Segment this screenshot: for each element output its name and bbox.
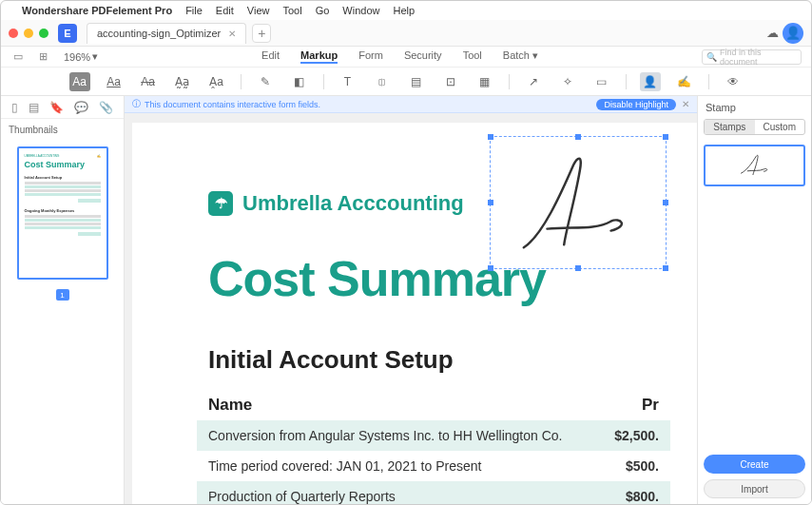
maximize-window-button[interactable] xyxy=(39,29,48,38)
toolbar-markup: Aa Aa Aa A̰a̰ A̭a ✎ ◧ T ⎅ ▤ ⊡ ▦ ↗ ✧ ▭ 👤 … xyxy=(1,68,811,96)
menu-go[interactable]: Go xyxy=(316,5,330,16)
text-squiggly-icon[interactable]: A̰a̰ xyxy=(172,72,193,91)
attachments-panel-icon[interactable]: 📎 xyxy=(99,101,113,114)
panel-title: Stamp xyxy=(698,96,811,119)
stamp-tool-icon[interactable]: 👤 xyxy=(640,72,661,91)
mode-security[interactable]: Security xyxy=(404,49,442,64)
umbrella-icon: ☂ xyxy=(208,191,233,216)
col-name: Name xyxy=(208,396,573,415)
text-underline-icon[interactable]: Aa xyxy=(104,72,125,91)
mode-edit[interactable]: Edit xyxy=(261,49,280,64)
menu-help[interactable]: Help xyxy=(393,5,415,16)
table-row: Time period covered: JAN 01, 2021 to Pre… xyxy=(197,451,670,481)
tab-close-icon[interactable]: ✕ xyxy=(228,29,236,39)
user-avatar-icon[interactable]: 👤 xyxy=(783,23,803,44)
app-name[interactable]: Wondershare PDFelement Pro xyxy=(22,5,172,16)
app-logo-icon: E xyxy=(58,24,77,43)
outline-panel-icon[interactable]: ▤ xyxy=(29,101,39,114)
textbox-tool-icon[interactable]: T xyxy=(338,72,358,91)
menu-edit[interactable]: Edit xyxy=(216,5,234,16)
mode-batch[interactable]: Batch ▾ xyxy=(503,49,538,64)
callout-tool-icon[interactable]: ⎅ xyxy=(372,72,393,91)
zoom-control[interactable]: 196% ▾ xyxy=(64,50,98,63)
annotations-panel-icon[interactable]: 💬 xyxy=(74,101,88,114)
area-highlight-icon[interactable]: ▦ xyxy=(474,72,495,91)
tab-title: accounting-sign_Optimizer xyxy=(97,28,221,39)
bookmark-panel-icon[interactable]: 🔖 xyxy=(49,101,64,114)
hide-annotations-icon[interactable]: 👁 xyxy=(723,72,744,91)
toolbar-primary: ▭ ⊞ 196% ▾ Edit Markup Form Security Too… xyxy=(1,47,811,68)
sidebar-toggle-icon[interactable]: ▭ xyxy=(10,50,26,63)
pencil-tool-icon[interactable]: ✎ xyxy=(255,72,276,91)
menu-window[interactable]: Window xyxy=(342,5,379,16)
text-strikethrough-icon[interactable]: Aa xyxy=(138,72,159,91)
create-button[interactable]: Create xyxy=(704,455,805,474)
text-callout-icon[interactable]: ⊡ xyxy=(440,72,461,91)
mode-form[interactable]: Form xyxy=(358,49,383,64)
minimize-window-button[interactable] xyxy=(24,29,33,38)
menu-tool[interactable]: Tool xyxy=(282,5,301,16)
close-window-button[interactable] xyxy=(9,29,18,38)
signature-stamp-selection[interactable] xyxy=(490,136,667,269)
highlight-tool-icon[interactable]: Aa xyxy=(69,72,90,91)
section-header: Initial Account Setup xyxy=(208,345,659,375)
stamp-preview[interactable] xyxy=(704,145,805,186)
add-tab-button[interactable]: + xyxy=(252,24,271,43)
search-input[interactable]: 🔍 Find in this document xyxy=(702,49,802,65)
right-sidebar: Stamp Stamps Custom Create Import xyxy=(697,96,811,504)
zoom-value: 196% xyxy=(64,51,90,63)
chevron-down-icon: ▾ xyxy=(92,50,98,63)
table-row: Production of Quarterly Reports $800. xyxy=(197,481,670,504)
thumbnails-panel-icon[interactable]: ▯ xyxy=(11,101,18,114)
tab-stamps[interactable]: Stamps xyxy=(705,120,755,134)
search-icon: 🔍 xyxy=(706,52,717,62)
arrow-tool-icon[interactable]: ↗ xyxy=(523,72,544,91)
col-price: Pr xyxy=(573,396,659,415)
table-row: Conversion from Angular Systems Inc. to … xyxy=(197,420,670,451)
brand-text: Umbrella Acccounting xyxy=(242,191,464,216)
info-icon: ⓘ xyxy=(132,98,141,110)
mode-tool[interactable]: Tool xyxy=(463,49,482,64)
banner-text: This document contains interactive form … xyxy=(145,100,320,109)
form-fields-banner: ⓘ This document contains interactive for… xyxy=(125,96,697,113)
signature-tool-icon[interactable]: ✍ xyxy=(674,72,695,91)
main-area: ▯ ▤ 🔖 💬 📎 Thumbnails UMBRELLA ACCOUNTING… xyxy=(1,96,811,504)
titlebar: E accounting-sign_Optimizer ✕ + ☁ 👤 xyxy=(1,20,811,47)
table-header: Name Pr xyxy=(208,390,659,420)
grid-view-icon[interactable]: ⊞ xyxy=(35,50,50,63)
search-placeholder: Find in this document xyxy=(720,48,797,67)
thumbnails-label: Thumbnails xyxy=(1,119,124,141)
document-tab[interactable]: accounting-sign_Optimizer ✕ xyxy=(87,23,246,44)
page-number-badge: 1 xyxy=(56,289,69,301)
disable-highlight-button[interactable]: Disable Highlight xyxy=(596,99,676,110)
page-thumbnail[interactable]: UMBRELLA ACCOUNTING✍ Cost Summary Initia… xyxy=(17,146,108,280)
macos-menubar: Wondershare PDFelement Pro File Edit Vie… xyxy=(1,1,811,20)
menu-file[interactable]: File xyxy=(185,5,203,16)
import-button[interactable]: Import xyxy=(704,479,805,498)
signature-glyph-icon xyxy=(491,137,666,268)
eraser-tool-icon[interactable]: ◧ xyxy=(289,72,310,91)
shapes-tool-icon[interactable]: ▭ xyxy=(591,72,612,91)
pin-tool-icon[interactable]: ✧ xyxy=(557,72,578,91)
stamp-category-tabs: Stamps Custom xyxy=(704,119,805,135)
text-caret-icon[interactable]: A̭a xyxy=(206,72,227,91)
tab-custom[interactable]: Custom xyxy=(755,120,805,134)
signature-preview-icon xyxy=(725,154,784,177)
document-viewport[interactable]: ⓘ This document contains interactive for… xyxy=(125,96,697,504)
menu-view[interactable]: View xyxy=(247,5,270,16)
traffic-lights xyxy=(9,29,48,38)
banner-close-icon[interactable]: ✕ xyxy=(682,99,689,109)
mode-markup[interactable]: Markup xyxy=(300,49,338,64)
left-sidebar: ▯ ▤ 🔖 💬 📎 Thumbnails UMBRELLA ACCOUNTING… xyxy=(1,96,125,504)
cloud-icon[interactable]: ☁ xyxy=(762,23,783,44)
note-tool-icon[interactable]: ▤ xyxy=(406,72,427,91)
